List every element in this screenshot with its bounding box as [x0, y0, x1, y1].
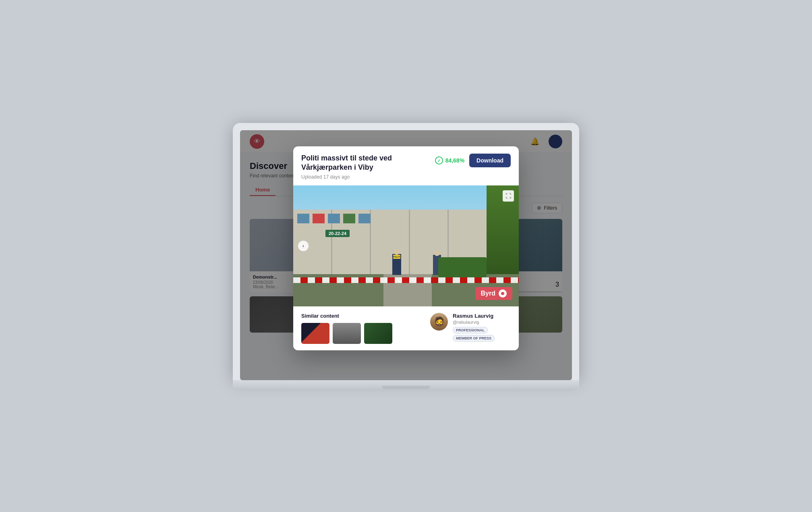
match-score-icon: ✓ — [435, 156, 443, 164]
similar-thumb-2[interactable] — [333, 323, 361, 344]
modal-image-container: 20-22-24 POLITI — [293, 185, 519, 306]
modal-header: Politi massivt til stede ved Vårkjærpark… — [293, 146, 519, 185]
media-detail-modal: Politi massivt til stede ved Vårkjærpark… — [293, 146, 519, 350]
byrd-watermark-eye-icon — [499, 289, 507, 298]
author-info: Rasmus Laurvig @rabulaurvig PROFESSIONAL… — [453, 313, 511, 341]
similar-thumb-3-image — [364, 323, 392, 344]
similar-thumb-3[interactable] — [364, 323, 392, 344]
address-sign: 20-22-24 — [325, 230, 350, 237]
similar-thumb-2-image — [333, 323, 361, 344]
police-scene-image: 20-22-24 POLITI — [293, 185, 519, 306]
modal-uploaded: Uploaded 17 days ago — [301, 174, 429, 180]
author-avatar-photo: 🧔 — [430, 313, 448, 331]
laptop-frame: 👁 🔔 Discover Find relevant content and l… — [233, 123, 579, 389]
prev-arrow-icon[interactable]: ‹ — [298, 241, 309, 251]
windows-row-1 — [297, 214, 371, 223]
author-avatar: 🧔 — [430, 313, 448, 331]
police-figure-1: POLITI — [392, 254, 401, 275]
modal-bottom: Similar content — [293, 306, 519, 350]
modal-actions: ✓ 84,68% Download — [435, 154, 511, 167]
modal-title-area: Politi massivt til stede ved Vårkjærpark… — [301, 154, 429, 180]
match-score-value: 84,68% — [445, 157, 464, 164]
similar-thumb-1[interactable] — [301, 323, 329, 344]
similar-content-title: Similar content — [301, 313, 422, 319]
modal-overlay[interactable]: Politi massivt til stede ved Vårkjærpark… — [240, 130, 572, 380]
police-tape — [293, 277, 519, 283]
similar-images-row — [301, 323, 422, 344]
laptop-screen: 👁 🔔 Discover Find relevant content and l… — [240, 130, 572, 380]
badge-professional: PROFESSIONAL — [453, 327, 488, 333]
similar-content-section: Similar content — [301, 313, 422, 344]
author-badges: PROFESSIONAL MEMBER OF PRESS — [453, 327, 511, 341]
laptop-base — [233, 380, 579, 389]
byrd-watermark: Byrd — [475, 287, 512, 300]
match-score: ✓ 84,68% — [435, 156, 464, 164]
hedge — [438, 257, 487, 277]
similar-thumb-1-image — [301, 323, 329, 344]
screen-bezel: 👁 🔔 Discover Find relevant content and l… — [233, 123, 579, 380]
author-card: 🧔 Rasmus Laurvig @rabulaurvig PROFESSION… — [430, 313, 511, 344]
download-button[interactable]: Download — [469, 154, 511, 167]
badge-press: MEMBER OF PRESS — [453, 335, 495, 341]
expand-icon[interactable]: ⛶ — [503, 190, 514, 202]
author-handle: @rabulaurvig — [453, 320, 511, 325]
modal-title: Politi massivt til stede ved Vårkjærpark… — [301, 154, 429, 173]
author-name: Rasmus Laurvig — [453, 313, 511, 319]
byrd-watermark-text: Byrd — [481, 290, 495, 297]
